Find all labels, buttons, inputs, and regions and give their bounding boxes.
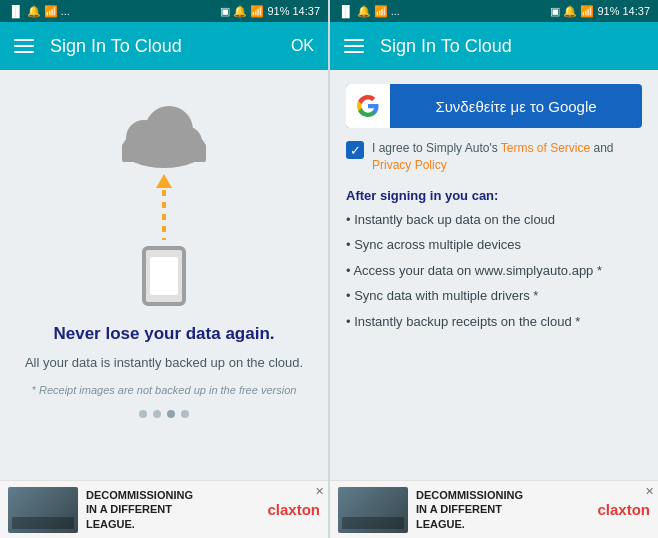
dashed-line [162,190,166,240]
main-heading: Never lose your data again. [53,324,274,344]
svg-rect-4 [122,144,206,162]
alarm-icon: 🔔 [233,5,247,18]
status-bar-left-icons: ▐▌ 🔔 📶 ... [8,5,70,18]
time-left: 14:37 [292,5,320,17]
status-bar-right: ▐▌ 🔔 📶 ... ▣ 🔔 📶 91% 14:37 [330,0,658,22]
claxton-brand-right: claxton [597,501,650,518]
agree-and: and [590,141,613,155]
sub-text: All your data is instantly backed up on … [25,354,303,372]
app-bar-right: Sign In To Cloud [330,22,658,70]
feature-item-5: • Instantly backup receipts on the cloud… [346,313,642,331]
menu-icon-right[interactable] [344,39,364,53]
right-panel: ▐▌ 🔔 📶 ... ▣ 🔔 📶 91% 14:37 Sign In To Cl… [330,0,658,538]
status-bar-right-info: ▣ 🔔 📶 91% 14:37 [220,5,320,18]
left-main-content: Never lose your data again. All your dat… [0,70,328,480]
claxton-brand-left: claxton [267,501,320,518]
checkmark-icon: ✓ [350,144,361,157]
status-icons: 🔔 📶 [27,5,58,18]
battery-right: 91% [597,5,619,17]
ad-text-left: DECOMMISSIONINGIN A DIFFERENTLEAGUE. [86,488,255,531]
feature-item-1: • Instantly back up data on the cloud [346,211,642,229]
feature-item-3: • Access your data on www.simplyauto.app… [346,262,642,280]
battery-left: 91% [267,5,289,17]
status-icons-right: 🔔 📶 [357,5,388,18]
agree-text: I agree to Simply Auto's Terms of Servic… [372,140,642,174]
time-right: 14:37 [622,5,650,17]
ad-main-heading-left: DECOMMISSIONINGIN A DIFFERENTLEAGUE. [86,488,255,531]
app-bar-title-right: Sign In To Cloud [380,36,644,57]
phone-screen [150,257,178,295]
google-signin-button[interactable]: Συνδεθείτε με το Google [346,84,642,128]
status-dots: ... [61,5,70,17]
dot-4 [181,410,189,418]
ad-close-left[interactable]: ✕ [315,485,324,498]
status-bar-right-right: ▣ 🔔 📶 91% 14:37 [550,5,650,18]
alarm-icon-right: 🔔 [563,5,577,18]
dot-1 [139,410,147,418]
status-bar-right-left: ▐▌ 🔔 📶 ... [338,5,400,18]
ok-button[interactable]: OK [291,37,314,55]
wifi-icon: 📶 [250,5,264,18]
feature-item-4: • Sync data with multiple drivers * [346,287,642,305]
ad-image-left [8,487,78,533]
terms-link[interactable]: Terms of Service [501,141,590,155]
feature-item-2: • Sync across multiple devices [346,236,642,254]
menu-icon[interactable] [14,39,34,53]
status-bar-left: ▐▌ 🔔 📶 ... ▣ 🔔 📶 91% 14:37 [0,0,328,22]
phone-device-icon [142,246,186,306]
dot-2 [153,410,161,418]
cast-icon: ▣ [220,5,230,18]
left-panel: ▐▌ 🔔 📶 ... ▣ 🔔 📶 91% 14:37 Sign In To Cl… [0,0,328,538]
ad-banner-left[interactable]: DECOMMISSIONINGIN A DIFFERENTLEAGUE. cla… [0,480,328,538]
right-main-content: Συνδεθείτε με το Google ✓ I agree to Sim… [330,70,658,480]
google-btn-label: Συνδεθείτε με το Google [390,98,642,115]
dot-3 [167,410,175,418]
ad-close-right[interactable]: ✕ [645,485,654,498]
google-logo-box [346,84,390,128]
ad-banner-right[interactable]: DECOMMISSIONINGIN A DIFFERENTLEAGUE. cla… [330,480,658,538]
agree-prefix: I agree to Simply Auto's [372,141,501,155]
status-dots-right: ... [391,5,400,17]
disclaimer-text: * Receipt images are not backed up in th… [32,384,297,396]
cast-icon-right: ▣ [550,5,560,18]
signal-icon-right: ▐▌ [338,5,354,17]
upload-arrow [156,174,172,240]
ad-image-right [338,487,408,533]
signal-icon: ▐▌ [8,5,24,17]
ad-main-heading-right: DECOMMISSIONINGIN A DIFFERENTLEAGUE. [416,488,585,531]
arrow-head [156,174,172,188]
carousel-dots [139,410,189,418]
features-list: • Instantly back up data on the cloud • … [346,211,642,331]
ad-text-right: DECOMMISSIONINGIN A DIFFERENTLEAGUE. [416,488,585,531]
terms-checkbox-row: ✓ I agree to Simply Auto's Terms of Serv… [346,140,642,174]
privacy-link[interactable]: Privacy Policy [372,158,447,172]
after-signin-title: After signing in you can: [346,188,642,203]
app-bar-title-left: Sign In To Cloud [50,36,291,57]
agree-checkbox[interactable]: ✓ [346,141,364,159]
wifi-icon-right: 📶 [580,5,594,18]
cloud-icon [114,100,214,170]
app-bar-left: Sign In To Cloud OK [0,22,328,70]
